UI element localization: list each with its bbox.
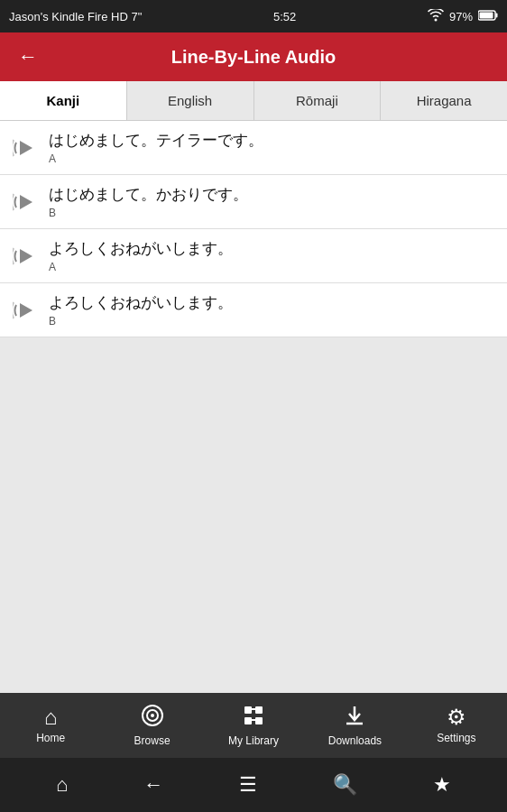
play-button-3[interactable] <box>11 242 40 271</box>
svg-rect-12 <box>244 717 252 724</box>
svg-rect-15 <box>251 719 256 721</box>
line-speaker: B <box>49 315 233 328</box>
line-text: よろしくおねがいします。 <box>49 292 233 313</box>
nav-settings-label: Settings <box>437 732 475 744</box>
battery-icon <box>478 10 498 23</box>
nav-settings[interactable]: ⚙ Settings <box>406 693 507 758</box>
nav-downloads-label: Downloads <box>328 734 382 747</box>
line-text-block: はじめまして。かおりです。 B <box>49 184 248 219</box>
back-button[interactable]: ← <box>11 42 45 72</box>
list-item: よろしくおねがいします。 A <box>0 229 507 283</box>
settings-icon: ⚙ <box>447 706 466 728</box>
svg-marker-3 <box>20 141 32 155</box>
system-bar: ⌂ ← ☰ 🔍 ★ <box>0 758 507 812</box>
line-text: はじめまして。かおりです。 <box>49 184 248 205</box>
svg-rect-10 <box>244 706 252 714</box>
battery-level: 97% <box>449 10 473 23</box>
play-button-2[interactable] <box>11 188 40 217</box>
header: ← Line-By-Line Audio <box>0 32 507 81</box>
content-area: はじめまして。テイラーです。 A はじめまして。かおりです。 B よろしくおねが <box>0 121 507 693</box>
status-bar: Jason's Kindle Fire HD 7" 5:52 97% <box>0 0 507 32</box>
my-library-icon <box>242 704 265 731</box>
time: 5:52 <box>273 10 296 23</box>
svg-marker-4 <box>20 195 32 209</box>
downloads-icon <box>343 704 366 731</box>
nav-downloads[interactable]: Downloads <box>304 693 405 758</box>
line-text-block: よろしくおねがいします。 A <box>49 238 233 273</box>
tab-bar: Kanji English Rōmaji Hiragana <box>0 81 507 121</box>
line-text: はじめまして。テイラーです。 <box>49 130 263 151</box>
sys-home-button[interactable]: ⌂ <box>49 766 75 804</box>
svg-rect-2 <box>479 12 493 18</box>
bottom-nav: ⌂ Home Browse My Library <box>0 693 507 758</box>
home-icon: ⌂ <box>44 706 58 728</box>
list-item: よろしくおねがいします。 B <box>0 283 507 337</box>
nav-home[interactable]: ⌂ Home <box>0 693 101 758</box>
svg-rect-1 <box>495 13 497 17</box>
svg-rect-13 <box>255 717 263 724</box>
line-text-block: はじめまして。テイラーです。 A <box>49 130 263 165</box>
svg-marker-5 <box>20 249 32 263</box>
tab-kanji[interactable]: Kanji <box>0 81 127 120</box>
header-title: Line-By-Line Audio <box>0 47 507 68</box>
nav-my-library[interactable]: My Library <box>203 693 304 758</box>
list-item: はじめまして。テイラーです。 A <box>0 121 507 175</box>
tab-romaji[interactable]: Rōmaji <box>254 81 382 120</box>
device-name: Jason's Kindle Fire HD 7" <box>9 10 142 23</box>
wifi-icon <box>428 9 444 24</box>
list-item: はじめまして。かおりです。 B <box>0 175 507 229</box>
line-speaker: B <box>49 207 248 219</box>
sys-search-button[interactable]: 🔍 <box>326 766 364 804</box>
line-text-block: よろしくおねがいします。 B <box>49 292 233 328</box>
status-right: 97% <box>428 9 498 24</box>
play-button-1[interactable] <box>11 134 40 162</box>
svg-point-9 <box>151 714 154 717</box>
browse-icon <box>141 704 164 731</box>
line-speaker: A <box>49 152 263 165</box>
sys-back-button[interactable]: ← <box>136 766 171 804</box>
nav-my-library-label: My Library <box>228 734 279 747</box>
sys-menu-button[interactable]: ☰ <box>232 766 264 804</box>
tab-hiragana[interactable]: Hiragana <box>381 81 507 120</box>
nav-browse[interactable]: Browse <box>101 693 202 758</box>
sys-star-button[interactable]: ★ <box>426 766 458 804</box>
nav-browse-label: Browse <box>134 734 171 747</box>
svg-rect-11 <box>255 706 263 714</box>
tab-english[interactable]: English <box>127 81 254 120</box>
play-button-4[interactable] <box>11 296 40 325</box>
svg-rect-14 <box>251 708 256 710</box>
line-speaker: A <box>49 261 233 273</box>
svg-marker-6 <box>20 303 32 318</box>
line-text: よろしくおねがいします。 <box>49 238 233 259</box>
nav-home-label: Home <box>36 732 65 744</box>
